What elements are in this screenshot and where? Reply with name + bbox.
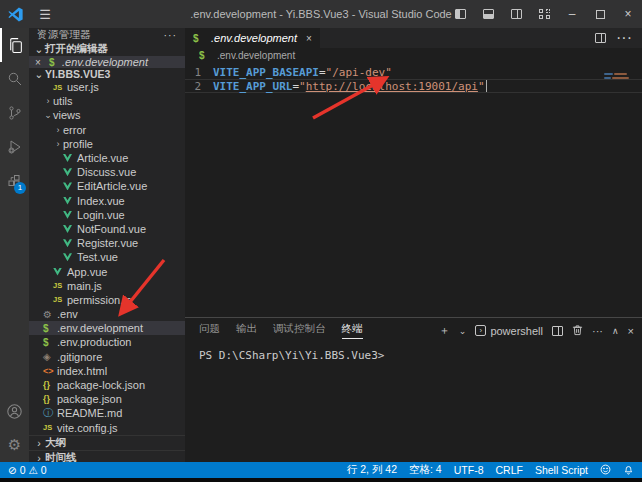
url-link[interactable]: http://localhost:19001/api — [306, 80, 478, 93]
file-tree: JS user.js › utils ⌄ views › error › — [29, 80, 185, 435]
vscode-logo-icon — [0, 7, 30, 22]
tab-env-development[interactable]: $ .env.development × — [185, 28, 320, 48]
split-terminal-icon[interactable] — [552, 326, 563, 336]
tree-item-article-vue[interactable]: Article.vue — [29, 151, 185, 165]
extensions-icon[interactable]: 1 — [0, 164, 29, 198]
outline-section-header[interactable]: › 大纲 — [29, 435, 185, 450]
env-file-icon: $ — [199, 50, 212, 61]
html-icon: <> — [43, 366, 57, 376]
timeline-section-header[interactable]: › 时间线 — [29, 450, 185, 462]
extensions-badge: 1 — [14, 182, 26, 194]
close-panel-icon[interactable]: × — [628, 325, 634, 337]
indentation-status[interactable]: 空格: 4 — [409, 463, 442, 477]
terminal-dropdown-icon[interactable]: ⌄ — [459, 326, 467, 336]
window-bottom-edge — [0, 478, 642, 482]
tree-item-index-html[interactable]: <> index.html — [29, 364, 185, 378]
panel-tab-debug-console[interactable]: 调试控制台 — [273, 322, 326, 339]
chevron-down-icon: ⌄ — [33, 68, 45, 80]
minimap[interactable] — [604, 73, 636, 81]
terminal[interactable]: PS D:\CSharp\Yi\Yi.BBS.Vue3> — [185, 343, 642, 462]
language-mode[interactable]: Shell Script — [535, 464, 588, 476]
terminal-instance-powershell[interactable]: › powershell — [475, 325, 543, 337]
gear-icon: ⚙ — [43, 309, 57, 320]
encoding-status[interactable]: UTF-8 — [454, 464, 484, 476]
tree-item-discuss-vue[interactable]: Discuss.vue — [29, 165, 185, 179]
tree-item-editarticle-vue[interactable]: EditArticle.vue — [29, 179, 185, 193]
tree-item-utils[interactable]: › utils — [29, 94, 185, 108]
tree-item-main-js[interactable]: JS main.js — [29, 279, 185, 293]
tree-item-user-js[interactable]: JS user.js — [29, 80, 185, 94]
kill-terminal-icon[interactable] — [572, 324, 583, 338]
tree-item-views[interactable]: ⌄ views — [29, 108, 185, 122]
powershell-label: powershell — [490, 325, 543, 337]
explorer-icon[interactable] — [0, 28, 29, 62]
editor-more-actions-icon[interactable]: ··· — [616, 29, 632, 47]
settings-gear-icon[interactable]: ⚙ — [0, 428, 29, 462]
vscode-window: ☰ .env.development - Yi.BBS.Vue3 - Visua… — [0, 0, 642, 482]
cursor-position[interactable]: 行 2, 列 42 — [347, 463, 397, 477]
new-terminal-icon[interactable]: ＋ — [439, 323, 450, 338]
panel-tab-terminal[interactable]: 终端 — [342, 322, 363, 339]
breadcrumb-file[interactable]: .env.development — [217, 50, 295, 61]
tree-item-error[interactable]: › error — [29, 123, 185, 137]
vue-icon — [63, 211, 77, 219]
terminal-prompt: PS D:\CSharp\Yi\Yi.BBS.Vue3> — [199, 349, 384, 362]
search-icon[interactable] — [0, 62, 29, 96]
problems-status[interactable]: ⊘ 0 ⚠ 0 — [8, 464, 47, 476]
tree-item-login-vue[interactable]: Login.vue — [29, 208, 185, 222]
toggle-secondary-sidebar-icon[interactable] — [502, 0, 530, 28]
panel-tab-output[interactable]: 输出 — [236, 322, 257, 339]
eol-status[interactable]: CRLF — [495, 464, 522, 476]
account-icon[interactable] — [0, 394, 29, 428]
explorer-sidebar: 资源管理器 ··· ⌄ 打开的编辑器 × $ .env.development … — [29, 28, 185, 462]
feedback-smiley-icon[interactable] — [600, 464, 611, 477]
tree-item-package-json[interactable]: {} package.json — [29, 392, 185, 406]
tree-item-vite-config-js[interactable]: JS vite.config.js — [29, 421, 185, 435]
breadcrumb[interactable]: $ .env.development — [185, 48, 642, 63]
sidebar-more-actions-icon[interactable]: ··· — [164, 29, 178, 41]
tab-label: .env.development — [211, 32, 297, 44]
source-control-icon[interactable] — [0, 96, 29, 130]
chevron-down-icon: ⌄ — [43, 110, 53, 120]
maximize-panel-icon[interactable]: ∧ — [612, 326, 619, 336]
close-icon[interactable]: × — [35, 57, 49, 68]
panel-more-actions-icon[interactable]: ··· — [592, 325, 603, 337]
project-root-header[interactable]: ⌄ YI.BBS.VUE3 — [29, 68, 185, 80]
menu-icon[interactable]: ☰ — [30, 7, 60, 22]
toggle-panel-icon[interactable] — [474, 0, 502, 28]
warnings-icon: ⚠ — [29, 464, 38, 476]
tree-item--env-development[interactable]: $ .env.development — [29, 321, 185, 335]
tree-item-profile[interactable]: › profile — [29, 137, 185, 151]
tree-item-readme-md[interactable]: ⓘ README.md — [29, 406, 185, 420]
tree-item-index-vue[interactable]: Index.vue — [29, 194, 185, 208]
minimize-button[interactable]: – — [558, 0, 586, 28]
tree-item-test-vue[interactable]: Test.vue — [29, 250, 185, 264]
split-editor-icon[interactable] — [595, 33, 606, 43]
open-editors-header[interactable]: ⌄ 打开的编辑器 — [29, 42, 185, 56]
customize-layout-icon[interactable] — [530, 0, 558, 28]
tree-item--env-production[interactable]: $ .env.production — [29, 335, 185, 349]
code-editor[interactable]: 1 VITE_APP_BASEAPI="/api-dev" 2 VITE_APP… — [185, 63, 642, 317]
close-window-button[interactable]: × — [614, 0, 642, 28]
env-file-icon: $ — [49, 57, 62, 68]
close-tab-icon[interactable]: × — [306, 33, 312, 44]
run-debug-icon[interactable] — [0, 130, 29, 164]
tree-item-notfound-vue[interactable]: NotFound.vue — [29, 222, 185, 236]
vue-icon — [63, 239, 77, 247]
code-line-1[interactable]: 1 VITE_APP_BASEAPI="/api-dev" — [185, 65, 642, 79]
title-bar: ☰ .env.development - Yi.BBS.Vue3 - Visua… — [0, 0, 642, 28]
tree-item--env[interactable]: ⚙ .env — [29, 307, 185, 321]
tree-item-app-vue[interactable]: App.vue — [29, 264, 185, 278]
panel-tab-problems[interactable]: 问题 — [199, 322, 220, 339]
tree-item-package-lock-json[interactable]: {} package-lock.json — [29, 378, 185, 392]
tree-item-register-vue[interactable]: Register.vue — [29, 236, 185, 250]
code-line-2[interactable]: 2 VITE_APP_URL="http://localhost:19001/a… — [185, 79, 642, 93]
notifications-bell-icon[interactable] — [623, 464, 634, 477]
tree-item--gitignore[interactable]: ◈ .gitignore — [29, 350, 185, 364]
tree-item-permission-js[interactable]: JS permission.js — [29, 293, 185, 307]
line-number: 2 — [185, 80, 213, 93]
maximize-button[interactable] — [586, 0, 614, 28]
open-editor-item-env-development[interactable]: × $ .env.development — [29, 56, 185, 68]
vue-icon — [53, 268, 67, 276]
toggle-sidebar-icon[interactable] — [446, 0, 474, 28]
